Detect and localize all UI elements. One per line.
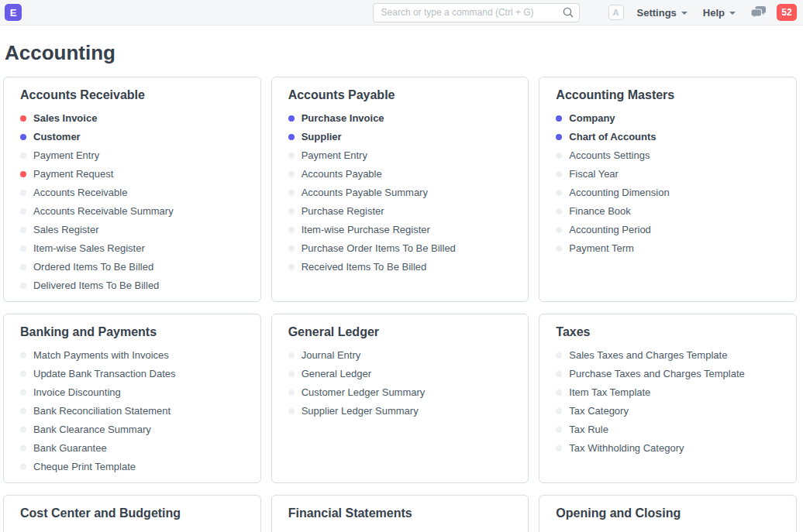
card-item-link[interactable]: Accounts Payable Summary bbox=[288, 184, 515, 202]
help-menu[interactable]: Help bbox=[703, 7, 736, 19]
status-dot-icon bbox=[20, 190, 26, 196]
card-item-label: General Ledger bbox=[302, 368, 371, 380]
card-item-label: Purchase Register bbox=[302, 205, 384, 218]
status-dot-icon bbox=[288, 371, 295, 377]
card-item-link[interactable]: Cheque Print Template bbox=[20, 458, 246, 476]
avatar-letter: A bbox=[613, 8, 619, 17]
card-item-link[interactable]: Item Tax Template bbox=[556, 383, 782, 402]
card-item-link[interactable]: Payment Entry bbox=[20, 146, 246, 165]
card-item-link[interactable]: Sales Register bbox=[20, 221, 246, 239]
card-item-link[interactable]: Bank Clearance Summary bbox=[20, 420, 246, 439]
card-item-label: Chart of Accounts bbox=[569, 131, 656, 143]
module-card: Cost Center and Budgeting Chart of Cost … bbox=[3, 495, 261, 532]
card-item-label: Accounts Payable bbox=[302, 168, 382, 180]
status-dot-icon bbox=[288, 227, 295, 233]
status-dot-icon bbox=[20, 245, 26, 252]
card-item-list: Company Chart of Accounts Accounts Setti… bbox=[556, 109, 782, 258]
global-search bbox=[373, 3, 580, 22]
card-item-link[interactable]: Tax Category bbox=[556, 402, 782, 420]
card-item-link[interactable]: Payment Request bbox=[20, 165, 246, 184]
card-item-link[interactable]: Accounts Receivable bbox=[20, 184, 246, 202]
card-item-link[interactable]: Ordered Items To Be Billed bbox=[20, 258, 246, 276]
card-item-label: Tax Rule bbox=[569, 424, 608, 436]
card-item-link[interactable]: Purchase Taxes and Charges Template bbox=[556, 365, 782, 383]
card-title: Accounts Payable bbox=[288, 88, 515, 103]
card-item-link[interactable]: Tax Withholding Category bbox=[556, 439, 782, 458]
card-item-link[interactable]: Payment Term bbox=[556, 239, 782, 258]
status-dot-icon bbox=[20, 371, 26, 377]
status-dot-icon bbox=[556, 190, 562, 196]
status-dot-icon bbox=[288, 208, 295, 215]
card-title: Accounting Masters bbox=[556, 88, 782, 103]
card-item-link[interactable]: Item-wise Purchase Register bbox=[288, 221, 515, 239]
card-item-list: Sales Invoice Customer Payment Entry Pay… bbox=[20, 109, 246, 295]
status-dot-icon bbox=[556, 134, 562, 140]
card-item-label: Accounts Settings bbox=[569, 149, 650, 162]
user-avatar[interactable]: A bbox=[608, 5, 624, 20]
status-dot-icon bbox=[288, 352, 295, 359]
main-content: Accounting Accounts Receivable Sales Inv… bbox=[0, 40, 803, 532]
card-item-link[interactable]: Customer bbox=[20, 128, 246, 146]
card-item-link[interactable]: Company bbox=[556, 109, 782, 128]
card-item-link[interactable]: Bank Guarantee bbox=[20, 439, 246, 458]
card-item-label: Customer bbox=[33, 131, 81, 143]
chat-button[interactable] bbox=[751, 6, 766, 19]
settings-menu[interactable]: Settings bbox=[637, 7, 688, 19]
card-item-link[interactable]: Opening Invoice Creation Tool bbox=[556, 527, 782, 532]
cards-grid: Accounts Receivable Sales Invoice Custom… bbox=[3, 77, 797, 532]
card-item-label: Accounts Receivable Summary bbox=[33, 205, 174, 218]
card-item-link[interactable]: Match Payments with Invoices bbox=[20, 346, 246, 365]
card-item-label: Item-wise Purchase Register bbox=[302, 224, 430, 236]
card-item-label: Purchase Taxes and Charges Template bbox=[569, 368, 744, 380]
module-card: Accounts Payable Purchase Invoice Suppli… bbox=[271, 77, 529, 302]
status-dot-icon bbox=[556, 115, 562, 122]
card-item-link[interactable]: Accounting Dimension bbox=[556, 184, 782, 202]
card-item-link[interactable]: Bank Reconciliation Statement bbox=[20, 402, 246, 420]
card-item-label: Received Items To Be Billed bbox=[302, 261, 427, 273]
card-item-link[interactable]: Sales Taxes and Charges Template bbox=[556, 346, 782, 365]
notification-badge[interactable]: 52 bbox=[777, 4, 797, 21]
card-item-link[interactable]: General Ledger bbox=[288, 365, 515, 383]
status-dot-icon bbox=[20, 115, 26, 122]
card-item-link[interactable]: Purchase Invoice bbox=[288, 109, 515, 128]
card-item-link[interactable]: Invoice Discounting bbox=[20, 383, 246, 402]
card-item-link[interactable]: Sales Invoice bbox=[20, 109, 246, 128]
card-item-link[interactable]: Tax Rule bbox=[556, 420, 782, 439]
card-item-link[interactable]: Chart of Cost Centers bbox=[20, 527, 246, 532]
card-item-link[interactable]: Purchase Order Items To Be Billed bbox=[288, 239, 515, 258]
card-item-link[interactable]: Finance Book bbox=[556, 202, 782, 221]
card-title: Financial Statements bbox=[288, 506, 515, 521]
card-item-link[interactable]: Received Items To Be Billed bbox=[288, 258, 515, 276]
chat-bubbles-icon bbox=[751, 6, 766, 19]
status-dot-icon bbox=[288, 264, 295, 270]
card-item-link[interactable]: Item-wise Sales Register bbox=[20, 239, 246, 258]
card-item-link[interactable]: Delivered Items To Be Billed bbox=[20, 276, 246, 295]
status-dot-icon bbox=[20, 153, 26, 159]
module-card: Financial Statements Trial Balance bbox=[271, 495, 529, 532]
card-item-link[interactable]: Update Bank Transaction Dates bbox=[20, 365, 246, 383]
status-dot-icon bbox=[20, 445, 26, 451]
card-item-link[interactable]: Journal Entry bbox=[288, 346, 515, 365]
status-dot-icon bbox=[556, 153, 562, 159]
card-item-link[interactable]: Accounts Payable bbox=[288, 165, 515, 184]
card-item-link[interactable]: Customer Ledger Summary bbox=[288, 383, 515, 402]
card-item-link[interactable]: Supplier Ledger Summary bbox=[288, 402, 515, 420]
card-item-link[interactable]: Purchase Register bbox=[288, 202, 515, 221]
card-item-link[interactable]: Accounting Period bbox=[556, 221, 782, 239]
card-item-link[interactable]: Payment Entry bbox=[288, 146, 515, 165]
card-item-link[interactable]: Accounts Receivable Summary bbox=[20, 202, 246, 221]
card-item-link[interactable]: Accounts Settings bbox=[556, 146, 782, 165]
status-dot-icon bbox=[20, 464, 26, 470]
card-item-list: Purchase Invoice Supplier Payment Entry … bbox=[288, 109, 515, 276]
search-input[interactable] bbox=[373, 3, 580, 22]
card-item-link[interactable]: Supplier bbox=[288, 128, 515, 146]
status-dot-icon bbox=[556, 245, 562, 252]
status-dot-icon bbox=[288, 245, 295, 252]
card-item-link[interactable]: Fiscal Year bbox=[556, 165, 782, 184]
card-item-link[interactable]: Chart of Accounts bbox=[556, 128, 782, 146]
card-item-label: Ordered Items To Be Billed bbox=[33, 261, 153, 273]
card-item-link[interactable]: Trial Balance bbox=[288, 527, 515, 532]
card-item-label: Tax Category bbox=[569, 405, 629, 417]
status-dot-icon bbox=[20, 264, 26, 270]
app-logo[interactable]: E bbox=[5, 4, 22, 21]
